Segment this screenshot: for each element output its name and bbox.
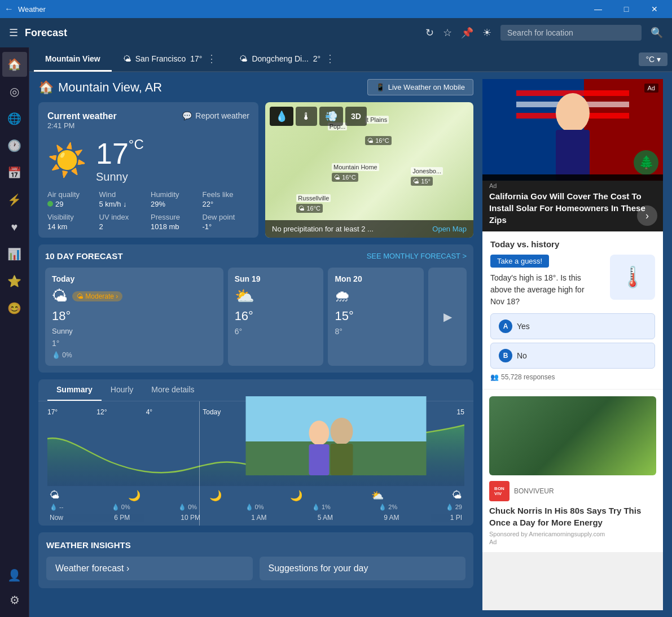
map-3d-button[interactable]: 3D <box>345 107 367 126</box>
fd-date-today: Today <box>52 274 217 283</box>
sidebar-item-maps[interactable]: 🌐 <box>2 106 27 131</box>
chart-time-row: Now 6 PM 10 PM 1 AM 5 AM 9 AM 1 PI <box>47 511 464 522</box>
forecast-day-next[interactable]: ▶ <box>428 268 467 366</box>
titlebar-left: ← Weather <box>5 4 46 14</box>
toolbar-icons: ↻ ☆ 📌 ☀ 🔍 <box>425 25 663 41</box>
forecast-section: 10 DAY FORECAST SEE MONTHLY FORECAST > T… <box>38 244 473 373</box>
see-monthly-link[interactable]: SEE MONTHLY FORECAST > <box>367 252 467 260</box>
map-precip-button[interactable]: 💧 <box>270 107 293 126</box>
sidebar-item-profile[interactable]: 👤 <box>2 563 27 588</box>
chart-icon-4: ⛅ <box>371 489 384 502</box>
sidebar-item-home[interactable]: 🏠 <box>2 52 27 77</box>
tab-dongcheng[interactable]: 🌤 Dongcheng Di... 2° ⋮ <box>228 47 346 72</box>
search-icon[interactable]: 🔍 <box>651 27 663 39</box>
maximize-button[interactable]: □ <box>613 0 639 18</box>
sidebar-item-settings[interactable]: ⚙ <box>2 588 27 612</box>
chart-icon-2: 🌙 <box>209 489 222 502</box>
sidebar-item-history[interactable]: 🕐 <box>2 133 27 158</box>
answer-no-button[interactable]: B No <box>490 343 655 369</box>
live-weather-button[interactable]: 📱 Live Weather on Mobile <box>367 79 473 95</box>
detail-humidity: Humidity 29% <box>151 190 198 208</box>
map-controls: 💧 🌡 💨 3D <box>270 107 367 126</box>
ad-banner: Ad 🌲 Ad California Gov Will Cover The Co… <box>482 79 663 231</box>
response-icon: 👥 <box>490 373 499 381</box>
sidebar-item-favorites[interactable]: ◎ <box>2 79 27 104</box>
phone-icon: 📱 <box>376 83 385 91</box>
sidebar-item-calendar[interactable]: 📅 <box>2 160 27 185</box>
map-temp-mountain-home: 🌤 16°C <box>332 173 358 182</box>
insight-weather-forecast[interactable]: Weather forecast › <box>46 557 253 580</box>
sidebar-item-starred[interactable]: ⭐ <box>2 269 27 294</box>
fd-icon-mon20: 🌧 <box>335 287 417 305</box>
forecast-day-mon20: Mon 20 🌧 15° 8° <box>328 268 424 366</box>
svg-rect-6 <box>556 130 590 181</box>
take-guess-button[interactable]: Take a guess! <box>490 255 549 268</box>
tab-dc-temp: 2° <box>313 54 320 63</box>
comment-icon: 💬 <box>182 111 192 120</box>
fd-icon-today: 🌤 <box>52 287 68 305</box>
fd-date-sun19: Sun 19 <box>235 274 317 283</box>
main-content: Mountain View 🌤 San Francisco 17° ⋮ 🌤 Do… <box>29 47 672 617</box>
fd-date-mon20: Mon 20 <box>335 274 417 283</box>
back-icon[interactable]: ← <box>5 4 14 14</box>
cw-header: Current weather 2:41 PM 💬 Report weather <box>47 111 249 130</box>
cw-title: Current weather <box>47 111 117 121</box>
sidebar-item-activities[interactable]: 😊 <box>2 296 27 321</box>
unit-toggle-button[interactable]: °C ▾ <box>639 52 667 66</box>
sidebar: 🏠 ◎ 🌐 🕐 📅 ⚡ ♥ 📊 ⭐ 😊 👤 ⚙ <box>0 47 29 617</box>
chart-icon-3: 🌙 <box>290 489 302 502</box>
settings-sun-icon[interactable]: ☀ <box>482 27 491 39</box>
report-label: Report weather <box>195 111 249 120</box>
map-temp-button[interactable]: 🌡 <box>296 107 317 126</box>
tab-sf-more[interactable]: ⋮ <box>207 52 217 65</box>
forecast-header: 10 DAY FORECAST SEE MONTHLY FORECAST > <box>45 251 467 261</box>
news-ad-label: Ad <box>489 539 656 545</box>
tab-san-francisco[interactable]: 🌤 San Francisco 17° ⋮ <box>112 47 229 72</box>
sidebar-item-alerts[interactable]: ⚡ <box>2 187 27 212</box>
detail-pressure: Pressure 1018 mb <box>151 213 198 231</box>
ad-arrow-button[interactable]: › <box>637 205 657 226</box>
answer-b-circle: B <box>499 349 512 362</box>
hamburger-icon[interactable]: ☰ <box>9 27 18 39</box>
time-1am: 1 AM <box>251 514 266 522</box>
cw-time: 2:41 PM <box>47 121 117 130</box>
sidebar-item-health[interactable]: ♥ <box>2 215 27 239</box>
detail-wind: Wind 5 km/h ↓ <box>99 190 147 208</box>
fd-high-sun19: 16° <box>235 309 317 323</box>
tab-sf-icon: 🌤 <box>123 54 131 63</box>
tree-icon[interactable]: 🌲 <box>634 150 658 175</box>
close-button[interactable]: ✕ <box>642 0 667 18</box>
time-6pm: 6 PM <box>114 514 130 522</box>
tab-mountain-view[interactable]: Mountain View <box>34 47 112 72</box>
open-map-link[interactable]: Open Map <box>432 225 467 233</box>
minimize-button[interactable]: — <box>585 0 611 18</box>
insight-suggestions[interactable]: Suggestions for your day <box>260 557 466 580</box>
map-wind-button[interactable]: 💨 <box>319 107 343 126</box>
chart-icon-5: 🌤 <box>452 489 462 502</box>
tab-dc-more[interactable]: ⋮ <box>325 52 335 65</box>
forecast-title: 10 DAY FORECAST <box>45 251 123 261</box>
answer-no-label: No <box>517 351 527 360</box>
answer-yes-button[interactable]: A Yes <box>490 313 655 339</box>
th-title: Today vs. history <box>490 239 655 249</box>
report-weather-button[interactable]: 💬 Report weather <box>182 111 249 120</box>
refresh-icon[interactable]: ↻ <box>425 27 434 39</box>
app-body: 🏠 ◎ 🌐 🕐 📅 ⚡ ♥ 📊 ⭐ 😊 👤 ⚙ Mountain View 🌤 … <box>0 47 672 617</box>
tab-mountain-view-label: Mountain View <box>45 54 100 63</box>
time-1pm: 1 PI <box>450 514 462 522</box>
th-main: Take a guess! Today's high is 18°. Is th… <box>490 255 600 313</box>
fd-high-today: 18° <box>52 309 217 323</box>
detail-feels-like: Feels like 22° <box>203 190 250 208</box>
weather-map[interactable]: Pop... t Plains 🌤 16°C Mountain Home 🌤 1… <box>265 102 473 238</box>
news-card[interactable]: BONVIV BONVIVEUR Chuck Norris In His 80s… <box>482 389 663 552</box>
favorite-icon[interactable]: ☆ <box>443 27 452 39</box>
titlebar-controls: — □ ✕ <box>585 0 667 18</box>
pin-icon[interactable]: 📌 <box>461 27 473 39</box>
chart-precip-5: 💧 2% <box>379 504 397 511</box>
search-input[interactable] <box>500 25 642 41</box>
sidebar-item-charts[interactable]: 📊 <box>2 242 27 266</box>
time-10pm: 10 PM <box>181 514 200 522</box>
chart-precip-4: 💧 1% <box>312 504 331 511</box>
detail-uv: UV index 2 <box>99 213 147 231</box>
news-source: BONVIV BONVIVEUR <box>489 481 656 501</box>
